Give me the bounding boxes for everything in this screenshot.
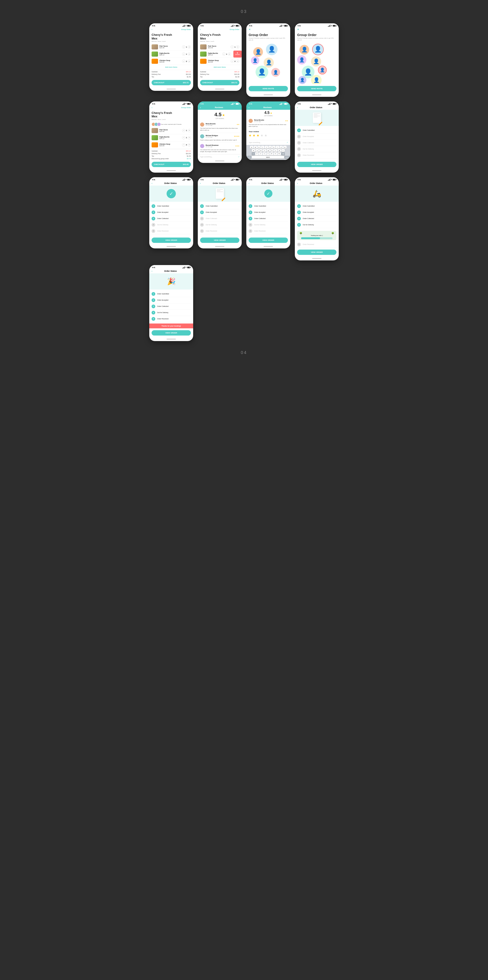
key-n[interactable]: n xyxy=(274,152,277,155)
item-qty[interactable]: − 2 + xyxy=(230,60,239,63)
decrease-btn[interactable]: − xyxy=(182,45,185,49)
key-return[interactable]: return xyxy=(285,156,289,159)
key-p[interactable]: p xyxy=(283,146,286,149)
send-icon[interactable]: ↗ xyxy=(238,156,239,158)
key-shift[interactable]: ⇧ xyxy=(252,152,255,155)
view-order-button[interactable]: VIEW ORDER xyxy=(152,237,191,243)
group-order-link[interactable]: Group Order xyxy=(181,107,191,108)
back-button[interactable]: ‹ xyxy=(152,28,152,31)
back-button[interactable]: ‹ xyxy=(152,270,152,272)
increase-btn[interactable]: + xyxy=(188,45,191,49)
friend-bubble-selected[interactable]: 👤 xyxy=(318,66,327,75)
key-z[interactable]: z xyxy=(255,152,259,155)
close-button[interactable]: ✕ xyxy=(249,28,251,31)
group-order-link[interactable]: Group Order xyxy=(230,29,239,30)
decrease-btn[interactable]: − xyxy=(222,52,226,56)
item-qty[interactable]: − 1 + xyxy=(182,136,191,139)
back-button[interactable]: ‹ xyxy=(200,28,201,31)
key-c[interactable]: c xyxy=(263,152,266,155)
view-order-button[interactable]: VIEW ORDER xyxy=(297,250,336,255)
back-button[interactable]: ‹ xyxy=(200,106,201,109)
increase-btn[interactable]: + xyxy=(228,52,231,56)
friend-bubble[interactable]: 👤 xyxy=(298,76,307,84)
key-123[interactable]: 123 xyxy=(247,156,251,159)
increase-btn[interactable]: + xyxy=(188,129,191,132)
key-h[interactable]: h xyxy=(270,149,273,152)
key-backspace[interactable]: ⌫ xyxy=(281,152,285,155)
star-2[interactable]: ★ xyxy=(253,134,256,137)
back-button[interactable]: ‹ xyxy=(152,182,152,185)
key-space[interactable]: space xyxy=(252,156,284,159)
item-qty[interactable]: − 1 + xyxy=(182,52,191,56)
view-order-button[interactable]: VIEW ORDER xyxy=(297,162,336,167)
star-5[interactable]: ★ xyxy=(264,134,267,137)
item-qty[interactable]: − 2 + xyxy=(182,143,191,146)
increase-btn[interactable]: + xyxy=(188,136,191,139)
decrease-btn[interactable]: − xyxy=(182,136,185,139)
star-1[interactable]: ★ xyxy=(249,134,252,137)
back-button[interactable]: ‹ xyxy=(297,182,298,185)
key-q[interactable]: q xyxy=(250,146,253,149)
key-x[interactable]: x xyxy=(259,152,262,155)
view-order-button[interactable]: VIEW ORDER xyxy=(200,237,239,243)
item-qty[interactable]: − 2 + xyxy=(182,60,191,63)
checkout-button[interactable]: CHECKOUT $43.49 xyxy=(152,162,191,167)
decrease-btn[interactable]: − xyxy=(230,45,234,49)
key-e[interactable]: e xyxy=(258,146,261,149)
add-more-link[interactable]: Add more items xyxy=(198,65,242,69)
group-order-link[interactable]: Group Order xyxy=(181,29,191,30)
increase-btn[interactable]: + xyxy=(188,143,191,146)
back-button[interactable]: ‹ xyxy=(249,182,249,185)
decrease-btn[interactable]: − xyxy=(182,143,185,146)
send-invite-button[interactable]: SEND INVITE xyxy=(249,86,288,91)
view-order-button[interactable]: VIEW ORDER xyxy=(249,237,288,243)
key-w[interactable]: w xyxy=(254,146,257,149)
key-k[interactable]: k xyxy=(278,149,281,152)
star-4[interactable]: ★ xyxy=(261,134,264,137)
key-s[interactable]: s xyxy=(256,149,259,152)
close-button[interactable]: ✕ xyxy=(297,28,299,31)
key-y[interactable]: y xyxy=(269,146,272,149)
key-t[interactable]: t xyxy=(265,146,268,149)
friend-bubble[interactable]: 👤 xyxy=(297,55,307,64)
key-d[interactable]: d xyxy=(259,149,262,152)
decrease-btn[interactable]: − xyxy=(182,129,185,132)
key-u[interactable]: u xyxy=(272,146,275,149)
star-3[interactable]: ★ xyxy=(256,134,259,137)
key-m[interactable]: m xyxy=(278,152,281,155)
send-invite-button[interactable]: SEND INVITE xyxy=(297,86,336,91)
key-l[interactable]: l xyxy=(281,149,285,152)
review-input-area[interactable]: Type something... ↗ xyxy=(198,154,242,159)
decrease-btn[interactable]: − xyxy=(182,52,185,56)
star-rating-input[interactable]: ★ ★ ★ ★ ★ xyxy=(249,134,288,137)
friend-bubble[interactable]: 👤 xyxy=(311,75,322,84)
key-r[interactable]: r xyxy=(261,146,264,149)
checkout-button[interactable]: CHECKOUT $53.72 xyxy=(152,80,191,85)
checkout-button[interactable]: CHECKOUT $53.72 xyxy=(200,80,239,85)
send-icon[interactable]: ↗ xyxy=(286,142,288,143)
key-g[interactable]: g xyxy=(267,149,270,152)
key-o[interactable]: o xyxy=(280,146,283,149)
increase-btn[interactable]: + xyxy=(188,60,191,63)
increase-btn[interactable]: + xyxy=(236,60,239,63)
friend-bubble[interactable]: 👤 xyxy=(311,56,321,67)
item-qty[interactable]: − 1 + xyxy=(222,52,231,56)
key-b[interactable]: b xyxy=(270,152,273,155)
back-button[interactable]: ‹ xyxy=(249,106,249,109)
back-button[interactable]: ‹ xyxy=(200,182,201,185)
decrease-btn[interactable]: − xyxy=(230,60,234,63)
back-button[interactable]: ‹ xyxy=(297,106,298,109)
key-f[interactable]: f xyxy=(263,149,266,152)
increase-btn[interactable]: + xyxy=(188,52,191,56)
item-qty[interactable]: − 1 + xyxy=(230,45,239,49)
add-more-link[interactable]: Add more items xyxy=(149,65,193,69)
view-order-button[interactable]: VIEW ORDER xyxy=(152,330,191,336)
decrease-btn[interactable]: − xyxy=(182,60,185,63)
key-i[interactable]: i xyxy=(276,146,279,149)
friend-bubble-selected[interactable]: 👤 xyxy=(312,44,324,55)
key-v[interactable]: v xyxy=(266,152,270,155)
delete-button[interactable]: 🗑 Delete xyxy=(234,51,242,57)
increase-btn[interactable]: + xyxy=(236,45,239,49)
key-j[interactable]: j xyxy=(274,149,277,152)
item-qty[interactable]: − 1 + xyxy=(182,45,191,49)
